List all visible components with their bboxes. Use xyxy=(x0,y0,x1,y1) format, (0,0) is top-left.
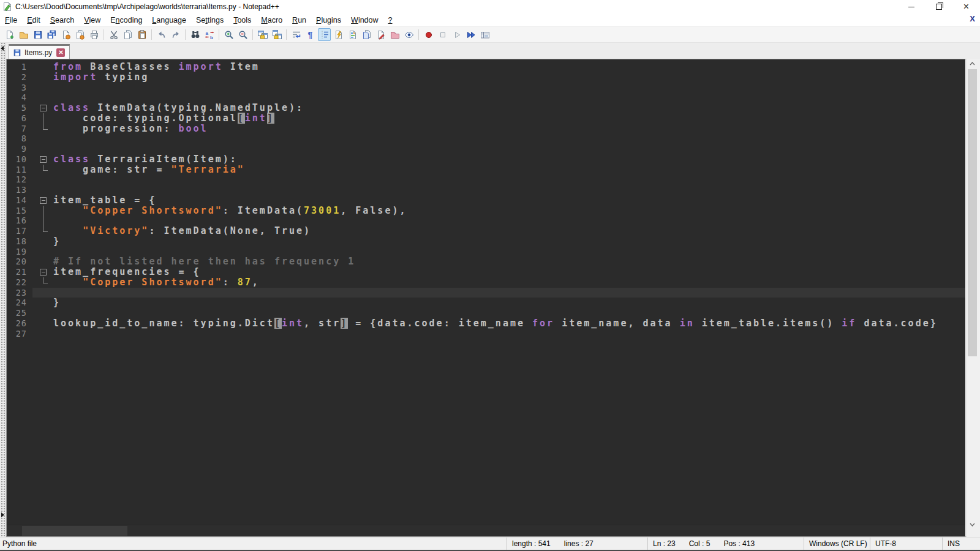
fold-margin xyxy=(32,318,53,329)
code-line-7[interactable]: 7 progression: bool xyxy=(7,124,965,134)
menu-item-tools[interactable]: Tools xyxy=(228,15,256,26)
code-line-19[interactable]: 19 xyxy=(7,247,965,257)
titlebar[interactable]: C:\Users\Dood\Documents\tmp\Archipelago\… xyxy=(0,0,980,13)
document-list-button[interactable] xyxy=(360,28,373,41)
monitoring-button[interactable] xyxy=(402,28,415,41)
code-line-13[interactable]: 13 xyxy=(7,185,965,195)
code-line-17[interactable]: 17 "Victory": ItemData(None, True) xyxy=(7,226,965,236)
code-line-14[interactable]: 14item_table = { xyxy=(7,195,965,206)
dock-splitter[interactable] xyxy=(0,43,6,537)
menu-item-window[interactable]: Window xyxy=(346,15,383,26)
fold-marker[interactable] xyxy=(32,103,53,113)
sync-vertical-scrolling-icon xyxy=(258,30,268,40)
replace-button[interactable]: ab xyxy=(203,28,216,41)
save-all-button[interactable] xyxy=(45,28,58,41)
undo-button[interactable] xyxy=(155,28,168,41)
new-file-button[interactable] xyxy=(3,28,16,41)
close-button[interactable]: × xyxy=(952,0,980,13)
show-indent-guide-button[interactable] xyxy=(318,28,331,41)
menu-item-plugins[interactable]: Plugins xyxy=(311,15,346,26)
record-macro-button[interactable] xyxy=(422,28,435,41)
open-file-button[interactable] xyxy=(17,28,30,41)
code-line-1[interactable]: 1from BaseClasses import Item xyxy=(7,62,965,72)
fold-marker[interactable] xyxy=(32,267,53,277)
code-line-16[interactable]: 16 xyxy=(7,216,965,226)
copy-button[interactable] xyxy=(121,28,134,41)
code-line-10[interactable]: 10class TerrariaItem(Item): xyxy=(7,154,965,165)
tab-items-py[interactable]: Items.py ✕ xyxy=(9,44,70,59)
code-line-2[interactable]: 2import typing xyxy=(7,72,965,83)
code-line-18[interactable]: 18} xyxy=(7,236,965,247)
code-line-24[interactable]: 24} xyxy=(7,298,965,308)
dock-collapse-left-icon[interactable] xyxy=(1,46,4,51)
code-line-6[interactable]: 6 code: typing.Optional[int] xyxy=(7,113,965,124)
horizontal-scrollbar[interactable] xyxy=(7,525,965,536)
close-all-button[interactable] xyxy=(74,28,86,41)
code-line-27[interactable]: 27 xyxy=(7,329,965,339)
code-editor[interactable]: 1from BaseClasses import Item2import typ… xyxy=(7,59,965,525)
cut-button[interactable] xyxy=(107,28,120,41)
code-line-26[interactable]: 26lookup_id_to_name: typing.Dict[int, st… xyxy=(7,318,965,329)
scroll-down-icon[interactable] xyxy=(967,520,978,530)
line-number: 23 xyxy=(7,288,32,298)
menu-close-document-icon[interactable]: X xyxy=(970,14,975,23)
code-line-15[interactable]: 15 "Copper Shortsword": ItemData(73001, … xyxy=(7,206,965,216)
run-macro-multiple-times-button[interactable] xyxy=(464,28,477,41)
function-list-button[interactable] xyxy=(332,28,345,41)
redo-button[interactable] xyxy=(169,28,182,41)
menu-item-file[interactable]: File xyxy=(0,15,22,26)
define-language-button[interactable] xyxy=(374,28,387,41)
find-button[interactable] xyxy=(189,28,202,41)
menu-item-settings[interactable]: Settings xyxy=(191,15,228,26)
save-recorded-macro-button[interactable] xyxy=(478,28,491,41)
code-line-21[interactable]: 21item_frequencies = { xyxy=(7,267,965,277)
minimize-button[interactable] xyxy=(897,0,925,13)
close-file-button[interactable] xyxy=(59,28,72,41)
code-line-8[interactable]: 8 xyxy=(7,133,965,144)
code-line-9[interactable]: 9 xyxy=(7,144,965,154)
svg-text:a: a xyxy=(205,31,208,36)
word-wrap-button[interactable] xyxy=(290,28,303,41)
fold-marker[interactable] xyxy=(32,195,53,206)
sync-vertical-scrolling-button[interactable] xyxy=(256,28,269,41)
tab-close-icon[interactable]: ✕ xyxy=(56,48,65,57)
show-all-characters-button[interactable]: ¶ xyxy=(304,28,317,41)
menu-item-macro[interactable]: Macro xyxy=(256,15,287,26)
play-macro-button[interactable] xyxy=(450,28,463,41)
code-text: game: str = "Terraria" xyxy=(53,165,965,175)
code-line-23[interactable]: 23 xyxy=(7,288,965,298)
menu-item-view[interactable]: View xyxy=(79,15,105,26)
paste-button[interactable] xyxy=(135,28,148,41)
code-line-25[interactable]: 25 xyxy=(7,308,965,318)
line-number: 3 xyxy=(7,83,32,93)
document-map-button[interactable] xyxy=(346,28,359,41)
menu-item-help[interactable]: ? xyxy=(383,15,398,26)
dock-expand-right-icon[interactable] xyxy=(1,512,4,517)
save-file-button[interactable] xyxy=(31,28,44,41)
print-button[interactable] xyxy=(88,28,100,41)
vertical-scrollbar[interactable] xyxy=(967,59,978,537)
code-line-11[interactable]: 11 game: str = "Terraria" xyxy=(7,165,965,175)
folder-as-workspace-button[interactable] xyxy=(388,28,401,41)
menu-item-search[interactable]: Search xyxy=(45,15,80,26)
zoom-out-button[interactable] xyxy=(236,28,249,41)
horizontal-scrollbar-thumb[interactable] xyxy=(22,526,127,536)
code-text xyxy=(53,247,965,257)
code-line-12[interactable]: 12 xyxy=(7,174,965,185)
menu-item-language[interactable]: Language xyxy=(147,15,191,26)
sync-horizontal-scrolling-button[interactable] xyxy=(270,28,283,41)
menu-item-run[interactable]: Run xyxy=(287,15,311,26)
code-line-5[interactable]: 5class ItemData(typing.NamedTuple): xyxy=(7,103,965,113)
zoom-in-button[interactable] xyxy=(222,28,235,41)
code-line-4[interactable]: 4 xyxy=(7,92,965,103)
code-line-20[interactable]: 20# If not listed here then has frequenc… xyxy=(7,257,965,267)
restore-button[interactable] xyxy=(925,0,952,13)
code-line-22[interactable]: 22 "Copper Shortsword": 87, xyxy=(7,277,965,288)
code-line-3[interactable]: 3 xyxy=(7,83,965,93)
stop-macro-button[interactable] xyxy=(436,28,449,41)
vertical-scrollbar-thumb[interactable] xyxy=(968,69,977,356)
scroll-up-icon[interactable] xyxy=(967,59,978,69)
menu-item-edit[interactable]: Edit xyxy=(22,15,45,26)
menu-item-encoding[interactable]: Encoding xyxy=(105,15,147,26)
fold-marker[interactable] xyxy=(32,154,53,165)
